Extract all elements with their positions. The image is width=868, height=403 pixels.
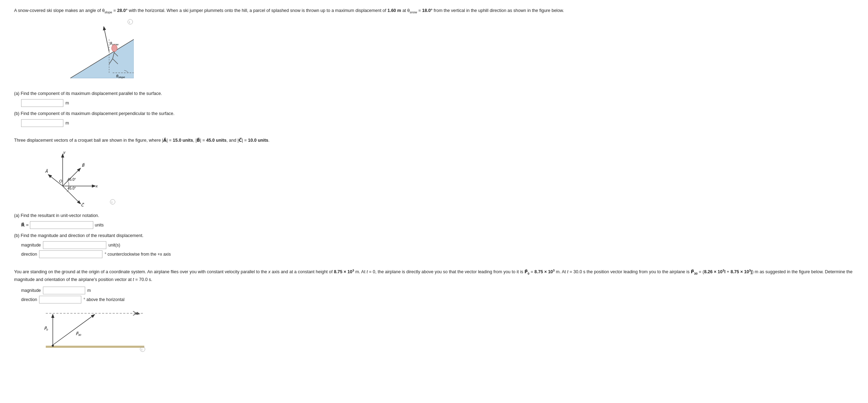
- svg-text:C⃗: C⃗: [81, 203, 84, 207]
- svg-point-7: [112, 45, 117, 52]
- problem-2-direction-suffix: ° counterclockwise from the +x axis: [105, 251, 171, 257]
- problem-3-magnitude-unit: m: [87, 287, 91, 294]
- problem-1-part-b-answer: m: [21, 119, 854, 127]
- svg-text:B⃗: B⃗: [82, 163, 85, 167]
- svg-text:i: i: [129, 20, 130, 24]
- svg-text:y: y: [63, 150, 66, 154]
- problem-3-direction-suffix: ° above the horizontal: [83, 296, 124, 303]
- problem-2-direction-input[interactable]: [39, 250, 102, 258]
- svg-text:x: x: [95, 184, 98, 188]
- svg-text:P⃗30: P⃗30: [76, 331, 81, 337]
- problem-3-magnitude-label: magnitude: [21, 287, 41, 294]
- svg-text:i: i: [112, 200, 112, 204]
- problem-1-part-b-label: (b) Find the component of its maximum di…: [14, 110, 854, 117]
- problem-3: You are standing on the ground at the or…: [14, 268, 854, 355]
- airplane-figure: P⃗0 P⃗30 i: [42, 307, 148, 353]
- problem-2-magnitude-input[interactable]: [43, 241, 106, 249]
- problem-1-part-a-unit: m: [65, 100, 69, 106]
- problem-1-text: A snow-covered ski slope makes an angle …: [14, 7, 854, 15]
- problem-2-magnitude-unit: unit(s): [108, 242, 120, 248]
- problem-1-part-b-unit: m: [65, 120, 69, 126]
- svg-rect-29: [46, 346, 144, 348]
- airplane-figure-container: P⃗0 P⃗30 i: [42, 307, 854, 355]
- r-vector-label: R⃗ =: [21, 222, 29, 229]
- svg-text:P⃗0: P⃗0: [44, 326, 48, 331]
- problem-1-part-a-label: (a) Find the component of its maximum di…: [14, 90, 854, 97]
- problem-2-magnitude-row: magnitude unit(s): [21, 241, 854, 249]
- problem-2-part-a-input[interactable]: [30, 221, 93, 229]
- problem-3-direction-row: direction ° above the horizontal: [21, 296, 854, 303]
- problem-2-direction-row: direction ° counterclockwise from the +x…: [21, 250, 854, 258]
- problem-2-units-label: units: [95, 222, 103, 228]
- problem-2-text: Three displacement vectors of a croquet …: [14, 137, 854, 144]
- problem-3-text: You are standing on the ground at the or…: [14, 268, 854, 283]
- svg-point-12: [128, 19, 133, 24]
- problem-1-part-a-input[interactable]: [21, 99, 63, 107]
- problem-2: Three displacement vectors of a croquet …: [14, 137, 854, 258]
- problem-1-part-b-input[interactable]: [21, 119, 63, 127]
- svg-line-37: [53, 315, 94, 345]
- croquet-figure-container: O y x A⃗ B⃗ C⃗ 45.0° 45.0°: [42, 147, 854, 209]
- svg-line-4: [104, 27, 109, 52]
- problem-3-direction-input[interactable]: [39, 296, 81, 303]
- svg-point-27: [110, 199, 115, 204]
- croquet-figure: O y x A⃗ B⃗ C⃗ 45.0° 45.0°: [42, 147, 120, 207]
- problem-2-part-a-label: (a) Find the resultant in unit-vector no…: [14, 212, 854, 219]
- svg-text:O: O: [59, 179, 62, 183]
- svg-text:A⃗: A⃗: [45, 169, 48, 173]
- problem-1-part-a-answer: m: [21, 99, 854, 107]
- problem-2-r-row: R⃗ = units: [21, 221, 854, 229]
- ski-slope-figure: θsnow θslope i: [42, 18, 134, 85]
- svg-text:i: i: [141, 348, 142, 351]
- problem-1: A snow-covered ski slope makes an angle …: [14, 7, 854, 127]
- ski-figure-container: θsnow θslope i: [42, 18, 854, 87]
- problem-3-direction-label: direction: [21, 296, 37, 303]
- problem-2-part-b-label: (b) Find the magnitude and direction of …: [14, 232, 854, 239]
- svg-text:45.0°: 45.0°: [68, 178, 76, 181]
- problem-3-magnitude-input[interactable]: [43, 287, 85, 294]
- problem-3-magnitude-row: magnitude m: [21, 287, 854, 294]
- svg-line-21: [63, 168, 80, 186]
- problem-2-magnitude-label: magnitude: [21, 242, 41, 248]
- problem-2-direction-label: direction: [21, 251, 37, 257]
- svg-line-32: [133, 311, 137, 313]
